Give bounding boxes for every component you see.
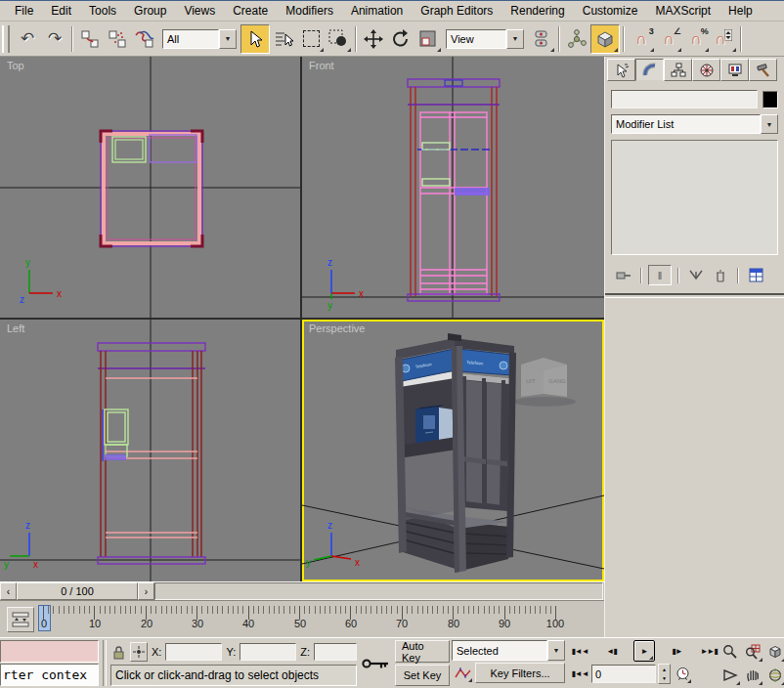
key-mode-toggle[interactable]: ▮◄◄ [570,665,589,684]
menu-tools[interactable]: Tools [80,2,125,20]
tab-utilities[interactable] [749,59,777,81]
menu-create[interactable]: Create [224,2,277,20]
use-pivot-center-button[interactable] [528,25,555,53]
tick-label: 40 [242,618,254,629]
previous-frame-button[interactable]: ◄▮ [602,641,622,661]
zoom-all-button[interactable] [742,640,763,663]
time-slider-track[interactable] [154,582,603,600]
frame-spinner[interactable]: ▲▼ [658,664,671,684]
previous-frame-arrow[interactable]: ‹ [0,582,17,600]
spinner-snap-button[interactable]: ∩ [710,25,737,53]
menu-rendering[interactable]: Rendering [501,2,573,20]
pan-hand-icon [745,667,761,683]
menu-views[interactable]: Views [175,2,224,20]
menu-modifiers[interactable]: Modifiers [277,2,342,20]
selection-filter-combo[interactable]: All ▼ [162,29,237,49]
modifier-list-dropdown-arrow[interactable]: ▼ [761,114,778,134]
object-name-input[interactable] [611,90,758,108]
menu-help[interactable]: Help [719,2,762,20]
zoom-button[interactable] [719,640,741,663]
selection-lock-toggle[interactable] [110,645,126,660]
time-slider-thumb[interactable]: 0 / 100 [17,582,138,600]
next-frame-arrow[interactable]: › [138,582,154,600]
x-coordinate-input[interactable] [165,643,222,661]
tab-create[interactable] [607,59,635,81]
arc-rotate-button[interactable] [764,664,784,686]
toolbar-grip[interactable] [2,25,10,53]
object-color-swatch[interactable] [762,91,778,108]
default-tangents-button[interactable] [452,664,473,683]
redo-button[interactable]: ↷ [41,25,68,53]
select-and-scale-button[interactable] [414,25,442,53]
angle-snap-button[interactable]: ∩∠ [655,25,682,53]
percent-snap-button[interactable]: ∩% [682,25,710,53]
menu-group[interactable]: Group [125,2,175,20]
window-crossing-toggle[interactable] [325,25,352,53]
listener-line[interactable]: rter contex [0,664,99,686]
tab-modify[interactable] [635,59,664,81]
next-frame-button[interactable]: ▮► [668,641,687,661]
field-of-view-button[interactable] [719,664,741,686]
coordinate-dropdown-arrow[interactable]: ▼ [506,29,524,49]
pin-stack-button[interactable] [613,266,634,284]
key-scope-dropdown-arrow[interactable]: ▼ [547,640,565,661]
modifier-list-value: Modifier List [611,114,761,134]
svg-text:x: x [57,288,62,299]
menu-graph-editors[interactable]: Graph Editors [412,2,501,20]
unlink-selection-button[interactable] [104,25,131,53]
snaps-toggle-button[interactable] [590,24,620,54]
menu-file[interactable]: File [6,2,42,20]
maxscript-mini-listener[interactable]: rter contex [0,640,99,686]
tangent-curve-icon [455,666,471,679]
modifier-list-combo[interactable]: Modifier List ▼ [611,114,778,134]
track-bar-ruler[interactable]: 0 10 20 30 40 50 60 70 80 90 100 [37,605,600,634]
reference-coordinate-combo[interactable]: View ▼ [446,29,524,49]
svg-text:y: y [25,257,30,268]
menu-maxscript[interactable]: MAXScript [646,2,719,20]
make-unique-button[interactable] [685,266,707,284]
set-key-button[interactable]: Set Key [395,665,450,686]
go-to-end-button[interactable]: ►►▮ [699,641,719,661]
tab-display[interactable] [720,59,749,81]
z-coordinate-input[interactable] [314,643,357,661]
viewport-top[interactable]: Top y x z [0,57,300,318]
mini-curve-editor-button[interactable] [7,607,34,632]
viewport-front[interactable]: Front [302,57,604,318]
set-keys-button[interactable] [359,641,392,685]
key-filter-scope-combo[interactable]: Selected ▼ [452,640,565,661]
select-and-manipulate-button[interactable] [563,25,590,53]
go-to-start-button[interactable]: ▮◄◄ [570,641,589,661]
absolute-offset-toggle[interactable] [130,642,148,662]
menu-animation[interactable]: Animation [342,2,412,20]
menu-edit[interactable]: Edit [42,2,80,20]
menu-customize[interactable]: Customize [574,2,647,20]
y-coordinate-input[interactable] [240,643,296,661]
auto-key-button[interactable]: Auto Key [395,640,450,663]
undo-button[interactable]: ↶ [14,25,41,53]
remove-modifier-button[interactable] [710,266,731,284]
tab-motion[interactable] [692,59,720,81]
show-end-result-button[interactable]: ‖ [648,265,672,285]
time-configuration-button[interactable] [673,665,692,684]
select-and-rotate-button[interactable] [387,25,414,53]
select-by-name-button[interactable] [270,25,297,53]
viewport-left[interactable]: Left [0,320,300,581]
modifier-stack-list[interactable] [611,140,778,255]
tab-hierarchy[interactable] [664,59,692,81]
macro-recorder-line[interactable] [0,640,99,663]
zoom-extents-button[interactable] [764,640,784,663]
pan-button[interactable] [742,664,763,686]
viewport-perspective[interactable]: Perspective UIT GANG [302,320,604,581]
select-and-link-button[interactable] [76,25,104,53]
selection-filter-dropdown-arrow[interactable]: ▼ [219,29,237,49]
key-filters-button[interactable]: Key Filters... [475,663,565,683]
selection-region-button[interactable] [297,25,325,53]
select-object-button[interactable] [240,24,270,54]
current-frame-input[interactable] [591,665,656,683]
snap-toggle-3d-button[interactable]: ∩3 [628,25,655,53]
play-button[interactable]: ► [633,640,655,662]
select-and-move-button[interactable] [360,25,387,53]
bind-to-spacewarp-button[interactable] [131,25,158,53]
viewport-front-label: Front [309,60,334,71]
configure-modifier-sets-button[interactable] [745,266,766,284]
